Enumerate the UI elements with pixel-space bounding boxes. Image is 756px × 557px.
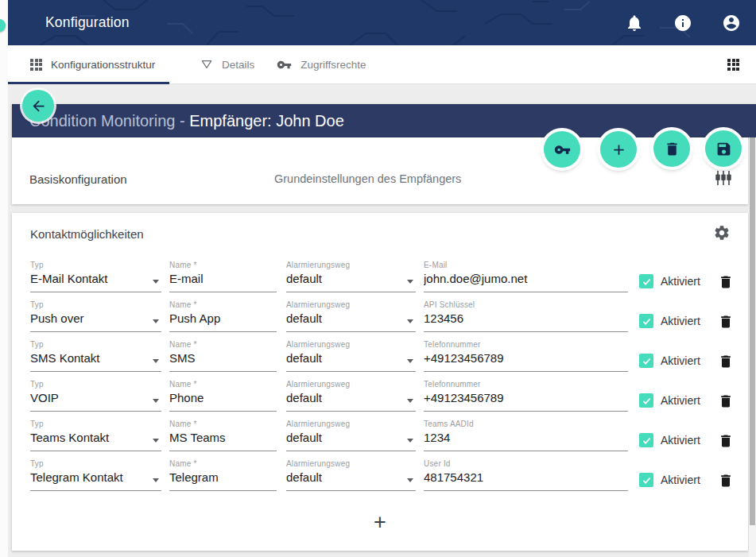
- typ-select[interactable]: Typ Telegram Kontakt: [30, 459, 161, 491]
- typ-value: Telegram Kontakt: [30, 470, 123, 484]
- apps-grid-icon[interactable]: [727, 59, 739, 71]
- delete-contact-button[interactable]: [718, 314, 734, 330]
- aktiviert-checkbox[interactable]: [639, 393, 653, 408]
- delete-contact-button[interactable]: [718, 473, 734, 489]
- alarmierungsweg-label: Alarmierungsweg: [286, 420, 416, 428]
- contact-value-input[interactable]: API Schlüssel 123456: [424, 300, 628, 332]
- name-input[interactable]: Name * MS Teams: [169, 420, 277, 451]
- notifications-bell-icon[interactable]: [625, 14, 644, 33]
- typ-label: Typ: [30, 380, 161, 389]
- contact-value-input[interactable]: Teams AADId 1234: [424, 420, 628, 451]
- add-contact-button[interactable]: +: [367, 510, 393, 535]
- settings-gear-icon[interactable]: [713, 224, 731, 242]
- chevron-down-icon: [407, 319, 413, 323]
- check-icon: [642, 316, 652, 327]
- contact-value-label: API Schlüssel: [424, 300, 628, 309]
- trash-icon: [664, 141, 680, 157]
- save-button[interactable]: [705, 130, 742, 167]
- typ-label: Typ: [30, 340, 161, 349]
- trash-icon: [718, 393, 734, 409]
- tune-sliders-icon[interactable]: [715, 169, 732, 187]
- contact-value-input[interactable]: Telefonnummer +49123456789: [424, 380, 628, 412]
- aktiviert-label: Aktiviert: [661, 474, 708, 486]
- trash-icon: [718, 354, 734, 369]
- scrollbar-thumb[interactable]: [750, 137, 755, 525]
- contact-row: Typ E-Mail Kontakt Name * E-mail Alarmie…: [30, 253, 734, 292]
- typ-value: E-Mail Kontakt: [30, 272, 108, 285]
- aktiviert-checkbox[interactable]: [639, 433, 653, 447]
- add-button[interactable]: [600, 131, 637, 168]
- chevron-down-icon: [153, 478, 159, 482]
- collapsed-menu-dot[interactable]: [0, 19, 6, 32]
- delete-contact-button[interactable]: [718, 354, 734, 369]
- chevron-down-icon: [153, 359, 159, 363]
- name-value: E-mail: [169, 272, 204, 285]
- tab-zugriffsrechte[interactable]: Zugriffsrechte: [277, 45, 366, 83]
- chevron-down-icon: [407, 280, 413, 284]
- contact-value: +49123456789: [424, 351, 504, 365]
- aktiviert-label: Aktiviert: [661, 315, 708, 327]
- content-area: Condition Monitoring - Empfänger: John D…: [8, 84, 756, 557]
- aktiviert-checkbox[interactable]: [639, 354, 653, 368]
- typ-select[interactable]: Typ Push over: [30, 300, 161, 332]
- tab-details[interactable]: Details: [200, 45, 254, 83]
- name-label: Name *: [169, 459, 277, 468]
- aktiviert-group: Aktiviert: [639, 393, 708, 408]
- aktiviert-checkbox[interactable]: [639, 314, 653, 328]
- aktiviert-label: Aktiviert: [661, 434, 708, 447]
- aktiviert-label: Aktiviert: [661, 354, 708, 367]
- typ-select[interactable]: Typ SMS Kontakt: [30, 340, 161, 372]
- scrollbar[interactable]: [749, 137, 756, 557]
- typ-select[interactable]: Typ VOIP: [30, 380, 161, 412]
- alarmierungsweg-select[interactable]: Alarmierungsweg default: [286, 300, 416, 332]
- alarmierungsweg-value: default: [286, 431, 322, 444]
- check-icon: [642, 356, 652, 366]
- contact-value-input[interactable]: User Id 481754321: [424, 459, 628, 491]
- aktiviert-checkbox[interactable]: [639, 274, 653, 288]
- delete-contact-button[interactable]: [718, 274, 734, 290]
- account-icon[interactable]: [722, 14, 741, 33]
- contact-rows: Typ E-Mail Kontakt Name * E-mail Alarmie…: [30, 253, 734, 491]
- name-input[interactable]: Name * E-mail: [169, 261, 277, 292]
- access-rights-button[interactable]: [544, 131, 580, 168]
- typ-label: Typ: [30, 300, 161, 309]
- name-input[interactable]: Name * SMS: [169, 340, 277, 372]
- chevron-down-icon: [153, 319, 159, 323]
- alarmierungsweg-select[interactable]: Alarmierungsweg default: [286, 380, 416, 412]
- typ-value: VOIP: [30, 391, 59, 404]
- banner-title-emphasis: Empfänger: John Doe: [189, 112, 344, 130]
- add-contact-row: +: [12, 510, 748, 535]
- contact-value-label: Teams AADId: [424, 420, 628, 428]
- delete-button[interactable]: [653, 130, 690, 167]
- page-title: Konfiguration: [45, 14, 130, 31]
- alarmierungsweg-select[interactable]: Alarmierungsweg default: [286, 420, 416, 451]
- alarmierungsweg-value: default: [286, 351, 322, 365]
- alarmierungsweg-select[interactable]: Alarmierungsweg default: [286, 459, 416, 491]
- typ-select[interactable]: Typ Teams Kontakt: [30, 420, 161, 451]
- trash-icon: [718, 473, 734, 489]
- name-input[interactable]: Name * Push App: [169, 300, 277, 332]
- back-button[interactable]: [22, 90, 54, 122]
- aktiviert-label: Aktiviert: [661, 275, 708, 288]
- typ-label: Typ: [30, 420, 161, 428]
- aktiviert-checkbox[interactable]: [639, 473, 653, 487]
- typ-select[interactable]: Typ E-Mail Kontakt: [30, 261, 161, 292]
- delete-contact-button[interactable]: [718, 393, 734, 409]
- info-icon[interactable]: [673, 14, 692, 33]
- contact-value: john.doe@jumo.net: [424, 272, 527, 285]
- name-input[interactable]: Name * Phone: [169, 380, 277, 412]
- chevron-down-icon: [153, 399, 159, 403]
- contact-value-input[interactable]: Telefonnummer +49123456789: [424, 340, 628, 372]
- contact-row: Typ SMS Kontakt Name * SMS Alarmierungsw…: [30, 332, 734, 372]
- banner: Condition Monitoring - Empfänger: John D…: [12, 104, 756, 137]
- tab-konfigurationsstruktur[interactable]: Konfigurationsstruktur: [8, 45, 169, 83]
- trash-icon: [718, 314, 734, 330]
- contact-row: Typ Teams Kontakt Name * MS Teams Alarmi…: [30, 412, 734, 451]
- delete-contact-button[interactable]: [718, 433, 734, 449]
- alarmierungsweg-select[interactable]: Alarmierungsweg default: [286, 340, 416, 372]
- alarmierungsweg-label: Alarmierungsweg: [286, 459, 416, 468]
- name-value: Phone: [169, 391, 204, 404]
- alarmierungsweg-select[interactable]: Alarmierungsweg default: [286, 261, 416, 292]
- name-input[interactable]: Name * Telegram: [169, 459, 277, 491]
- contact-value-input[interactable]: E-Mail john.doe@jumo.net: [424, 261, 628, 292]
